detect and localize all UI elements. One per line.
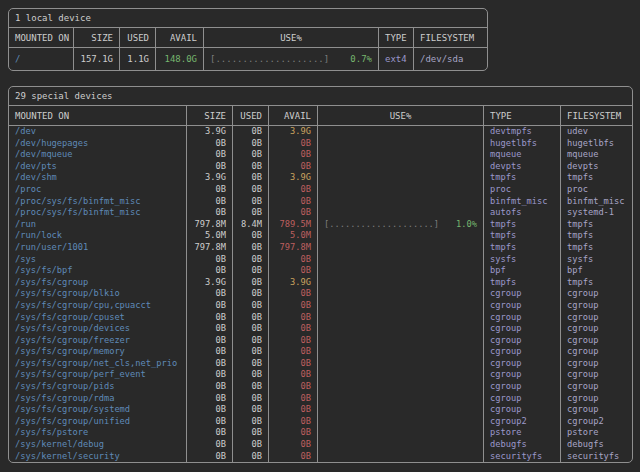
size-cell: 0B (186, 254, 232, 266)
mount-cell: /dev/mqueue (9, 149, 186, 161)
size-cell: 0B (186, 451, 232, 463)
fs-cell: tmpfs (560, 242, 632, 254)
usage-percent: 1.0% (456, 219, 477, 231)
used-cell: 0B (232, 312, 268, 324)
type-cell: autofs (483, 207, 560, 219)
column-header-size: SIZE (186, 106, 232, 126)
mount-cell: /sys/fs/cgroup/perf_event (9, 369, 186, 381)
column-header-type: TYPE (483, 106, 560, 126)
usage-bar: [....................] (324, 219, 439, 231)
fs-cell: sysfs (560, 254, 632, 266)
avail-cell: 797.8M (268, 242, 317, 254)
used-cell: 0B (232, 451, 268, 463)
fs-cell: cgroup (560, 312, 632, 324)
type-cell: hugetlbfs (483, 138, 560, 150)
column-header-size: SIZE (73, 28, 119, 48)
mount-cell: /sys/kernel/security (9, 451, 186, 463)
use-cell (317, 427, 483, 439)
used-cell: 0B (232, 369, 268, 381)
use-cell (317, 300, 483, 312)
mount-cell: /sys/kernel/debug (9, 439, 186, 451)
used-cell: 0B (232, 161, 268, 173)
used-cell: 0B (232, 404, 268, 416)
avail-cell: 0B (268, 451, 317, 463)
mount-cell: /sys/fs/cgroup/rdma (9, 393, 186, 405)
size-cell: 0B (186, 300, 232, 312)
used-cell: 0B (232, 427, 268, 439)
use-cell (317, 149, 483, 161)
used-cell: 0B (232, 254, 268, 266)
use-cell (317, 404, 483, 416)
use-cell (317, 358, 483, 370)
size-cell: 3.9G (186, 277, 232, 289)
use-cell (317, 451, 483, 463)
mount-cell: /proc (9, 184, 186, 196)
used-cell: 0B (232, 149, 268, 161)
avail-cell: 0B (268, 207, 317, 219)
use-cell (317, 242, 483, 254)
avail-cell: 3.9G (268, 126, 317, 138)
type-cell: cgroup (483, 335, 560, 347)
type-cell: cgroup (483, 288, 560, 300)
mount-cell: /run/lock (9, 230, 186, 242)
special-devices-title: 29 special devices (9, 87, 632, 106)
type-cell: tmpfs (483, 172, 560, 184)
type-cell: cgroup (483, 381, 560, 393)
type-cell: cgroup (483, 358, 560, 370)
use-cell (317, 172, 483, 184)
type-cell: securityfs (483, 451, 560, 463)
size-cell: 0B (186, 439, 232, 451)
used-cell: 0B (232, 196, 268, 208)
column-header-avail: AVAIL (268, 106, 317, 126)
column-header-fs: FILESYSTEM (560, 106, 632, 126)
column-header-mount: MOUNTED ON (9, 28, 73, 48)
fs-cell: cgroup (560, 335, 632, 347)
type-cell: tmpfs (483, 277, 560, 289)
size-cell: 0B (186, 335, 232, 347)
use-cell (317, 161, 483, 173)
type-cell: cgroup (483, 346, 560, 358)
type-cell: cgroup (483, 393, 560, 405)
used-cell: 0B (232, 381, 268, 393)
mount-cell: /dev (9, 126, 186, 138)
fs-cell: bpf (560, 265, 632, 277)
type-cell: tmpfs (483, 242, 560, 254)
used-cell: 0B (232, 265, 268, 277)
used-cell: 1.1G (119, 48, 155, 70)
avail-cell: 0B (268, 335, 317, 347)
mount-cell: /sys/fs/cgroup/freezer (9, 335, 186, 347)
use-cell (317, 335, 483, 347)
size-cell: 0B (186, 416, 232, 428)
fs-cell: cgroup (560, 323, 632, 335)
type-cell: debugfs (483, 439, 560, 451)
used-cell: 0B (232, 288, 268, 300)
size-cell: 0B (186, 184, 232, 196)
mount-cell: /proc/sys/fs/binfmt_misc (9, 196, 186, 208)
avail-cell: 0B (268, 404, 317, 416)
used-cell: 0B (232, 207, 268, 219)
type-cell: tmpfs (483, 230, 560, 242)
mount-cell: /sys (9, 254, 186, 266)
special-devices-grid: MOUNTED ONSIZEUSEDAVAILUSE%TYPEFILESYSTE… (9, 106, 632, 462)
type-cell: pstore (483, 427, 560, 439)
size-cell: 0B (186, 149, 232, 161)
avail-cell: 789.5M (268, 219, 317, 231)
mount-cell: /sys/fs/cgroup/cpu,cpuacct (9, 300, 186, 312)
fs-cell: udev (560, 126, 632, 138)
size-cell: 0B (186, 265, 232, 277)
type-cell: cgroup (483, 323, 560, 335)
mount-cell: /run (9, 219, 186, 231)
size-cell: 5.0M (186, 230, 232, 242)
size-cell: 0B (186, 207, 232, 219)
use-cell (317, 196, 483, 208)
used-cell: 0B (232, 346, 268, 358)
fs-cell: cgroup (560, 300, 632, 312)
used-cell: 0B (232, 126, 268, 138)
column-header-mount: MOUNTED ON (9, 106, 186, 126)
size-cell: 0B (186, 346, 232, 358)
use-cell (317, 207, 483, 219)
used-cell: 0B (232, 138, 268, 150)
type-cell: proc (483, 184, 560, 196)
avail-cell: 3.9G (268, 172, 317, 184)
type-cell: cgroup (483, 404, 560, 416)
